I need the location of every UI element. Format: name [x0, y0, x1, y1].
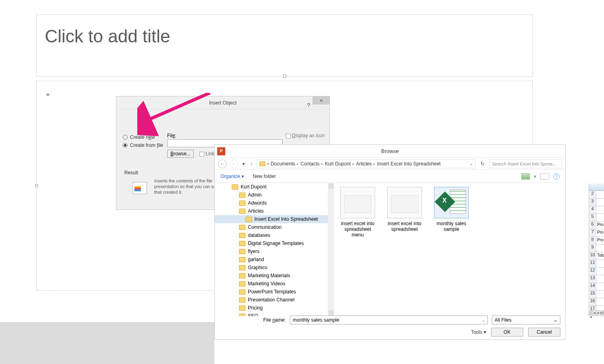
tree-item[interactable]: Pricing: [215, 304, 334, 312]
breadcrumb[interactable]: « Documents▸ Contacts▸ Kurt Dupont▸ Arti…: [257, 159, 476, 168]
file-item[interactable]: insert excel into spreadsheet menu: [338, 187, 377, 238]
tree-item[interactable]: Adwords: [215, 199, 334, 207]
breadcrumb-prefix: «: [267, 161, 269, 166]
filetype-filter[interactable]: All Files⌄: [492, 316, 560, 324]
sheet-row[interactable]: 3: [589, 199, 604, 206]
tree-item[interactable]: Articles: [215, 207, 334, 215]
tree-item-label: Presentation Channel: [248, 297, 294, 303]
result-description: Inserts the contents of the file present…: [154, 178, 219, 195]
tree-item[interactable]: Kurt Dupont: [215, 183, 334, 191]
sheet-row[interactable]: 2: [589, 191, 604, 199]
breadcrumb-item[interactable]: Contacts: [300, 161, 319, 167]
sheet-scrollbar[interactable]: |◂◂▸▸|: [589, 310, 604, 316]
tree-item[interactable]: Insert Excel Into Spreadsheet: [215, 215, 334, 223]
view-icon[interactable]: [521, 173, 530, 180]
tree-item[interactable]: Graphics: [215, 264, 334, 272]
breadcrumb-item[interactable]: Kurt Dupont: [325, 161, 351, 167]
sheet-row[interactable]: 10Tota: [589, 252, 604, 260]
link-checkbox[interactable]: Link: [199, 151, 214, 157]
tree-item[interactable]: Marketing Materials: [215, 272, 334, 280]
tree-item-label: databases: [248, 232, 270, 238]
file-item[interactable]: Xmonthly sales sample: [432, 187, 471, 232]
radio-create-from-file[interactable]: Create from file: [123, 142, 163, 148]
sheet-row[interactable]: 6Pro: [589, 222, 604, 229]
breadcrumb-item[interactable]: Insert Excel Into Spreadsheet: [377, 161, 440, 167]
sheet-row[interactable]: 8Pro: [589, 237, 604, 245]
cell-text: Tota: [597, 253, 604, 257]
tools-button[interactable]: Tools ▾: [471, 329, 486, 335]
bullet-icon: [46, 93, 49, 96]
breadcrumb-item[interactable]: Articles: [356, 161, 372, 167]
browse-title-text: Browse: [381, 148, 398, 154]
cell-text: Pro: [597, 230, 604, 234]
tree-item[interactable]: Digital Signage Templates: [215, 239, 334, 247]
tree-item[interactable]: databases: [215, 231, 334, 239]
browse-button[interactable]: Browse...: [167, 150, 194, 158]
search-input[interactable]: Search Insert Excel Into Sprea...: [489, 159, 562, 168]
sheet-row[interactable]: 11: [589, 260, 604, 268]
up-button[interactable]: ↑: [250, 161, 253, 167]
breadcrumb-item[interactable]: Documents: [271, 161, 296, 167]
ok-button[interactable]: OK: [491, 328, 523, 337]
organize-button[interactable]: Organize ▾: [220, 174, 244, 179]
back-button[interactable]: ←: [218, 159, 227, 168]
sheet-row[interactable]: 7Pro: [589, 229, 604, 237]
statusbar-area: [0, 322, 214, 364]
folder-icon: [239, 281, 245, 287]
row-number: 8: [589, 237, 596, 244]
new-folder-button[interactable]: New folder: [253, 174, 276, 179]
tree-item-label: Communication: [248, 224, 281, 230]
folder-icon: [239, 192, 245, 198]
slide-title-placeholder[interactable]: Click to add title: [36, 15, 533, 77]
forward-button[interactable]: →: [229, 159, 238, 168]
sheet-row[interactable]: 14: [589, 283, 604, 291]
tree-item-label: Adwords: [248, 200, 267, 206]
files-panel[interactable]: insert excel into spreadsheet menuinsert…: [334, 183, 565, 316]
sheet-row[interactable]: 13: [589, 275, 604, 283]
close-button[interactable]: ✕: [312, 96, 329, 105]
browse-dialog: P Browse ← → ▾ ↑ « Documents▸ Contacts▸ …: [214, 144, 566, 340]
file-thumbnail: X: [434, 187, 469, 218]
tree-scrollbar[interactable]: [328, 183, 334, 316]
sheet-row[interactable]: 9: [589, 245, 604, 252]
tree-item[interactable]: PowerPoint Templates: [215, 288, 334, 296]
recent-button[interactable]: ▾: [242, 161, 245, 167]
sheet-row[interactable]: 5: [589, 214, 604, 222]
tree-item[interactable]: garland: [215, 255, 334, 264]
filename-input[interactable]: monthly sales sample⌄: [290, 316, 488, 324]
radio-label: Create new: [130, 134, 155, 140]
folder-icon: [239, 257, 245, 262]
row-number: 6: [589, 222, 596, 229]
preview-pane-icon[interactable]: [540, 173, 549, 180]
sheet-row[interactable]: 16: [589, 298, 604, 306]
tree-item-label: Marketing Materials: [248, 273, 290, 278]
tree-item[interactable]: Marketing Videos: [215, 280, 334, 288]
browse-titlebar: P Browse: [215, 145, 565, 158]
tree-item-label: Pricing: [248, 305, 263, 311]
sheet-row[interactable]: 4: [589, 206, 604, 214]
display-as-icon-checkbox[interactable]: Display as icon: [286, 133, 325, 138]
folder-tree[interactable]: Kurt DupontAdminAdwordsArticlesInsert Ex…: [215, 183, 334, 316]
row-number: 9: [589, 245, 596, 252]
cancel-button[interactable]: Cancel: [528, 328, 560, 337]
radio-label: Create from file: [130, 142, 163, 148]
file-name-label: insert excel into spreadsheet menu: [338, 221, 377, 238]
tree-item[interactable]: Admin: [215, 191, 334, 199]
resize-handle-left[interactable]: [35, 184, 38, 187]
sheet-row[interactable]: 15: [589, 291, 604, 298]
file-label: File:: [167, 133, 176, 138]
help-icon[interactable]: ?: [553, 173, 560, 180]
tree-item[interactable]: Communication: [215, 223, 334, 231]
refresh-button[interactable]: ↻: [478, 161, 487, 167]
radio-create-new[interactable]: Create new: [123, 134, 155, 140]
radio-icon: [123, 135, 128, 140]
file-item[interactable]: insert excel into spreadsheet: [385, 187, 424, 232]
tree-item-label: Graphics: [248, 265, 267, 270]
resize-handle[interactable]: [283, 75, 286, 78]
sheet-row[interactable]: 12: [589, 268, 604, 275]
tree-item-label: Admin: [248, 192, 262, 198]
row-number: 14: [589, 283, 596, 290]
tree-item[interactable]: Presentation Channel: [215, 296, 334, 304]
tree-item-label: Digital Signage Templates: [248, 241, 304, 246]
tree-item[interactable]: flyers: [215, 247, 334, 255]
